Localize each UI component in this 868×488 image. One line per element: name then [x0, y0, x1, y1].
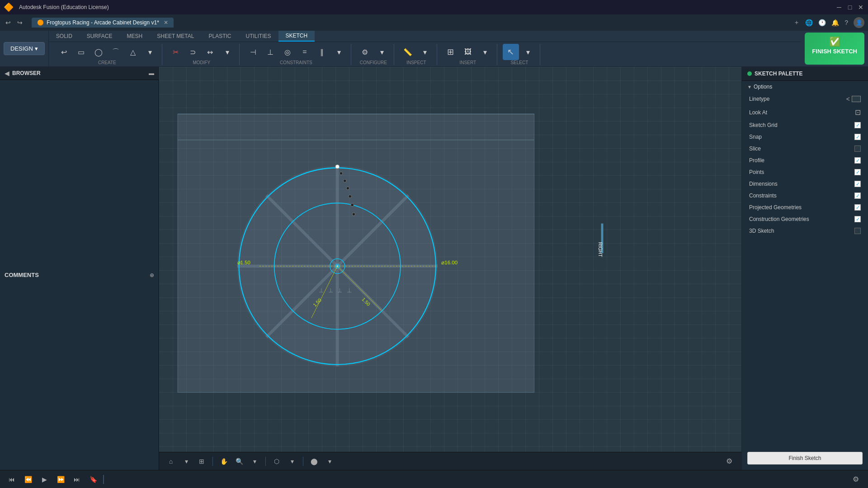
tool-line[interactable]: ↩ — [56, 44, 72, 60]
projected-geometries-checkbox[interactable]: ✓ — [854, 204, 861, 211]
slice-checkbox[interactable] — [854, 145, 861, 152]
tool-offset[interactable]: ⊃ — [185, 44, 201, 60]
tool-vertical[interactable]: ⊥ — [262, 44, 278, 60]
viewport-zoom-button[interactable]: 🔍 — [233, 455, 245, 468]
tab-plastic[interactable]: PLASTIC — [201, 31, 238, 42]
globe-button[interactable]: 🌐 — [805, 19, 813, 26]
help-button[interactable]: ? — [844, 19, 848, 26]
window-controls: ─ □ ✕ — [835, 4, 864, 11]
linetype-box[interactable] — [852, 96, 861, 102]
close-button[interactable]: ✕ — [857, 4, 864, 11]
new-tab-button[interactable]: ＋ — [793, 19, 800, 27]
inspect-dropdown[interactable]: ▾ — [417, 44, 433, 60]
user-avatar[interactable]: 👤 — [854, 17, 864, 28]
tool-rectangle[interactable]: ▭ — [73, 44, 90, 60]
tab-utilities[interactable]: UTILITIES — [238, 31, 278, 42]
svg-text:⊥: ⊥ — [319, 287, 324, 294]
insert-dropdown[interactable]: ▾ — [477, 44, 493, 60]
create-dropdown[interactable]: ▾ — [142, 44, 158, 60]
viewport-settings-button[interactable]: ⚙ — [726, 457, 732, 465]
configure-dropdown[interactable]: ▾ — [374, 44, 390, 60]
constraints-dropdown[interactable]: ▾ — [331, 44, 347, 60]
snap-checkbox[interactable]: ✓ — [854, 134, 861, 140]
comments-label: COMMENTS — [5, 272, 147, 278]
browser-header: ◀ BROWSER ▬ — [0, 67, 159, 80]
design-button[interactable]: DESIGN ▾ — [4, 42, 45, 55]
tool-select[interactable]: ↖ — [503, 44, 519, 60]
tab-solid[interactable]: SOLID — [49, 31, 80, 42]
playback-play-button[interactable]: ▶ — [38, 473, 51, 486]
tab-mesh[interactable]: MESH — [120, 31, 150, 42]
3d-sketch-checkbox[interactable] — [854, 228, 861, 234]
sketch-grid-checkbox[interactable]: ✓ — [854, 122, 861, 128]
tool-parallel[interactable]: ∥ — [314, 44, 330, 60]
viewport-separator-1 — [212, 457, 213, 466]
comments-section[interactable]: COMMENTS ⊕ — [0, 80, 159, 470]
viewport-render-button[interactable]: ⬤ — [308, 455, 321, 468]
constraints-checkbox[interactable]: ✓ — [854, 192, 861, 199]
tool-mirror[interactable]: ↭ — [202, 44, 218, 60]
tab-sheet-metal[interactable]: SHEET METAL — [150, 31, 201, 42]
tool-trim[interactable]: ✂ — [168, 44, 184, 60]
tool-arc[interactable]: ⌒ — [108, 44, 124, 60]
tool-circle[interactable]: ◯ — [90, 44, 107, 60]
lookat-control[interactable]: ⊡ — [855, 108, 861, 117]
playback-settings-button[interactable]: ⚙ — [853, 475, 859, 483]
tab-close-button[interactable]: ✕ — [164, 19, 168, 26]
points-checkbox[interactable]: ✓ — [854, 169, 861, 175]
points-label: Points — [749, 169, 851, 175]
viewport-zoom-dropdown[interactable]: ▾ — [248, 455, 261, 468]
viewport-display-dropdown[interactable]: ▾ — [286, 455, 298, 468]
sketch-viewport: ⌀1.50 ⌀16.00 1.50 1.50 ⊥ ⊥ ⊥ — [159, 67, 741, 470]
tab-actions: ↩ ↪ — [4, 19, 24, 26]
tool-coincident[interactable]: ◎ — [279, 44, 296, 60]
tool-configure[interactable]: ⚙ — [357, 44, 373, 60]
browser-collapse-button[interactable]: ▬ — [149, 70, 154, 76]
active-tab[interactable]: 🟠 Frogtopus Racing - Arcade Cabinet Desi… — [32, 18, 174, 28]
browser-back-button[interactable]: ◀ — [5, 70, 9, 77]
notifications-button[interactable]: 🔔 — [831, 19, 839, 26]
tool-measure[interactable]: 📏 — [400, 44, 416, 60]
viewport-home-button[interactable]: ⌂ — [165, 455, 177, 468]
palette-header: SKETCH PALETTE — [742, 67, 868, 81]
viewport-fit-button[interactable]: ▾ — [180, 455, 193, 468]
palette-dimensions: Dimensions ✓ — [742, 178, 868, 190]
undo-button[interactable]: ↩ — [4, 19, 13, 26]
configure-label: CONFIGURE — [358, 60, 389, 65]
svg-point-24 — [352, 213, 355, 216]
comments-add-icon[interactable]: ⊕ — [150, 272, 154, 278]
viewport-display-button[interactable]: ⬡ — [270, 455, 283, 468]
redo-button[interactable]: ↪ — [15, 19, 24, 26]
tab-surface[interactable]: SURFACE — [80, 31, 120, 42]
history-button[interactable]: 🕐 — [818, 19, 826, 26]
palette-3d-sketch: 3D Sketch — [742, 225, 868, 237]
finish-sketch-bottom-button[interactable]: Finish Sketch — [747, 452, 863, 465]
playback-start-button[interactable]: ⏮ — [5, 473, 18, 486]
modify-dropdown[interactable]: ▾ — [219, 44, 236, 60]
dimensions-checkbox[interactable]: ✓ — [854, 181, 861, 187]
tool-polygon[interactable]: △ — [125, 44, 141, 60]
linetype-control[interactable]: < — [846, 95, 861, 103]
playback-next-button[interactable]: ⏩ — [54, 473, 67, 486]
playback-prev-button[interactable]: ⏪ — [22, 473, 34, 486]
minimize-button[interactable]: ─ — [835, 4, 843, 11]
playback-end-button[interactable]: ⏭ — [71, 473, 83, 486]
tool-insert-image[interactable]: 🖼 — [460, 44, 476, 60]
viewport-render-dropdown[interactable]: ▾ — [323, 455, 336, 468]
construction-geometries-checkbox[interactable]: ✓ — [854, 216, 861, 222]
maximize-button[interactable]: □ — [846, 4, 854, 11]
playback-bookmark-button[interactable]: 🔖 — [87, 473, 99, 486]
tool-horizontal[interactable]: ⊣ — [245, 44, 261, 60]
select-dropdown[interactable]: ▾ — [520, 44, 536, 60]
tab-sketch[interactable]: SKETCH — [278, 31, 315, 42]
viewport-pan-button[interactable]: ✋ — [217, 455, 230, 468]
finish-sketch-button[interactable]: ✅ FINISH SKETCH — [805, 33, 864, 65]
canvas-area[interactable]: ⌀1.50 ⌀16.00 1.50 1.50 ⊥ ⊥ ⊥ — [159, 67, 741, 470]
tool-equal[interactable]: = — [297, 44, 313, 60]
playback-separator — [103, 475, 104, 484]
viewport-grid-button[interactable]: ⊞ — [195, 455, 208, 468]
profile-checkbox[interactable]: ✓ — [854, 157, 861, 164]
tool-insert-plus[interactable]: ⊞ — [443, 44, 459, 60]
palette-section-options[interactable]: ▼ Options — [742, 81, 868, 93]
svg-point-23 — [351, 203, 354, 206]
